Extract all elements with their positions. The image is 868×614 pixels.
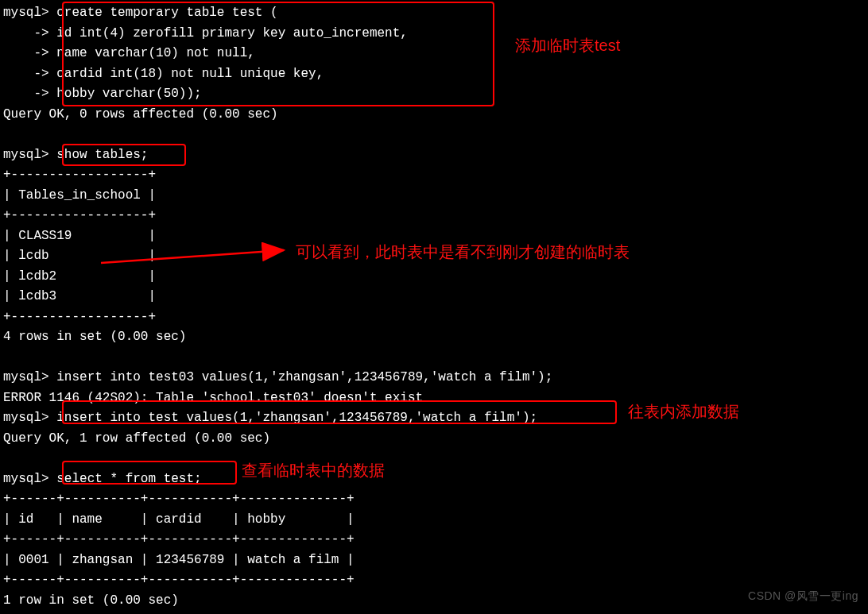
watermark: CSDN @风雪一更ing (748, 586, 858, 607)
anno-create: 添加临时表test (515, 36, 620, 56)
anno-select: 查看临时表中的数据 (242, 461, 385, 481)
select-line: mysql> select * from test; (3, 469, 865, 490)
tables-border-mid: +------------------+ (3, 206, 865, 226)
query-ok-0: Query OK, 0 rows affected (0.00 sec) (3, 105, 865, 126)
create-line-1: mysql> create temporary table test ( (3, 3, 865, 24)
create-line-5: -> hobby varchar(50)); (3, 84, 865, 105)
result-border-top: +------+----------+-----------+---------… (3, 489, 865, 510)
create-line-3: -> name varchar(10) not null, (3, 44, 865, 64)
create-line-4: -> cardid int(18) not null unique key, (3, 64, 865, 85)
tables-border-bot: +------------------+ (3, 307, 865, 328)
tables-border-top: +------------------+ (3, 165, 865, 186)
rows-in-set-1: 1 row in set (0.00 sec) (3, 591, 865, 612)
insert-wrong-line: mysql> insert into test03 values(1,'zhan… (3, 368, 865, 388)
anno-insert: 往表内添加数据 (628, 402, 739, 423)
result-row: | 0001 | zhangsan | 123456789 | watch a … (3, 550, 865, 571)
tables-header: | Tables_in_school | (3, 186, 865, 207)
query-ok-1: Query OK, 1 row affected (0.00 sec) (3, 429, 865, 450)
result-header: | id | name | cardid | hobby | (3, 510, 865, 531)
create-line-2: -> id int(4) zerofill primary key auto_i… (3, 24, 865, 44)
terminal-output: mysql> create temporary table test ( -> … (3, 3, 865, 611)
anno-show-tables: 可以看到，此时表中是看不到刚才创建的临时表 (296, 242, 630, 263)
cont-prompt: -> (3, 26, 56, 41)
show-tables-line: mysql> show tables; (3, 145, 865, 166)
result-border-bot: +------+----------+-----------+---------… (3, 570, 865, 591)
table-row: | lcdb3 | (3, 287, 865, 307)
table-row: | lcdb2 | (3, 267, 865, 288)
rows-in-set-4: 4 rows in set (0.00 sec) (3, 327, 865, 348)
prompt: mysql> (3, 6, 56, 20)
result-border-mid: +------+----------+-----------+---------… (3, 530, 865, 550)
